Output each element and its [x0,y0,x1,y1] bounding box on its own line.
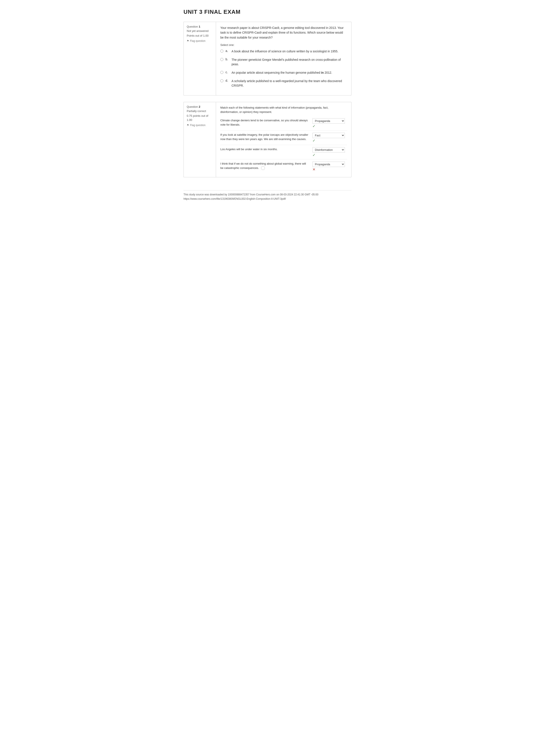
match-statement-2: If you look at satellite imagery, the po… [220,133,310,141]
option-b[interactable]: b. The pioneer geneticist Gregor Mendel'… [220,58,347,67]
radio-d[interactable] [220,79,223,82]
option-c-letter: c. [226,71,229,74]
circle-icon-4 [261,166,265,170]
option-a-text: A book about the influence of science on… [232,49,338,54]
match-right-4: Propaganda Fact Disinformation Opinion ✕ [313,161,347,171]
match-select-3[interactable]: Propaganda Fact Disinformation Opinion [313,147,345,153]
match-statement-4: I think that if we do not do something a… [220,161,310,170]
match-right-2: Propaganda Fact Disinformation Opinion ✓ [313,133,347,143]
question-2-sidebar: Question 2 Partially correct 0.75 points… [184,102,216,177]
match-intro: Match each of the following statements w… [220,105,347,114]
option-d-text: A scholarly article published to a well-… [232,79,347,88]
match-row-2: If you look at satellite imagery, the po… [220,133,347,143]
flag-question-1-button[interactable]: ⚑ Flag question [187,40,213,43]
match-check-1: ✓ [313,124,315,128]
question-1-points: Points out of 1.00 [187,34,213,38]
answer-options-list: a. A book about the influence of science… [220,49,347,88]
flag-question-2-button[interactable]: ⚑ Flag question [187,124,213,127]
divider-3 [220,159,347,160]
match-check-2: ✓ [313,138,315,143]
match-row-1: Climate change deniers tend to be conser… [220,118,347,128]
question-2-number: Question 2 [187,105,213,108]
option-d-letter: d. [226,79,229,82]
option-d[interactable]: d. A scholarly article published to a we… [220,79,347,88]
flag-icon-1: ⚑ [187,40,189,43]
option-a[interactable]: a. A book about the influence of science… [220,49,347,54]
option-b-text: The pioneer geneticist Gregor Mendel's p… [232,58,347,67]
footer-text: This study source was downloaded by 1000… [183,193,352,196]
question-1-block: Question 1 Not yet answered Points out o… [183,22,352,96]
match-row-3: Los Angeles will be under water in six m… [220,147,347,157]
question-1-text: Your research paper is about CRISPR-Cas9… [220,25,347,40]
option-c-text: An popular article about sequencing the … [232,71,332,75]
page-title: UNIT 3 FINAL EXAM [183,9,352,15]
divider-2 [220,145,347,145]
match-check-3: ✓ [313,153,315,157]
question-1-status: Not yet answered [187,29,213,33]
match-select-4[interactable]: Propaganda Fact Disinformation Opinion [313,161,345,167]
flag-icon-2: ⚑ [187,124,189,127]
match-select-1[interactable]: Propaganda Fact Disinformation Opinion [313,118,345,124]
footer-url: https://www.coursehero.com/file/13196380… [183,197,352,200]
select-one-label: Select one: [220,43,347,46]
option-b-letter: b. [226,58,229,61]
question-2-points: 0.75 points out of 1.00 [187,114,213,122]
question-2-block: Question 2 Partially correct 0.75 points… [183,102,352,177]
question-2-content: Match each of the following statements w… [216,102,351,177]
radio-a[interactable] [220,49,223,53]
option-c[interactable]: c. An popular article about sequencing t… [220,71,347,75]
match-right-3: Propaganda Fact Disinformation Opinion ✓ [313,147,347,157]
radio-c[interactable] [220,71,223,74]
question-1-content: Your research paper is about CRISPR-Cas9… [216,22,351,95]
match-statement-1: Climate change deniers tend to be conser… [220,118,310,127]
match-right-1: Propaganda Fact Disinformation Opinion ✓ [313,118,347,128]
match-cross-4: ✕ [313,167,315,171]
match-row-4: I think that if we do not do something a… [220,161,347,171]
radio-b[interactable] [220,58,223,61]
option-a-letter: a. [226,49,229,53]
question-1-number: Question 1 [187,25,213,28]
question-2-status: Partially correct [187,109,213,113]
footer-note: This study source was downloaded by 1000… [183,190,352,200]
match-statement-3: Los Angeles will be under water in six m… [220,147,310,152]
question-1-sidebar: Question 1 Not yet answered Points out o… [184,22,216,95]
match-select-2[interactable]: Propaganda Fact Disinformation Opinion [313,133,345,138]
